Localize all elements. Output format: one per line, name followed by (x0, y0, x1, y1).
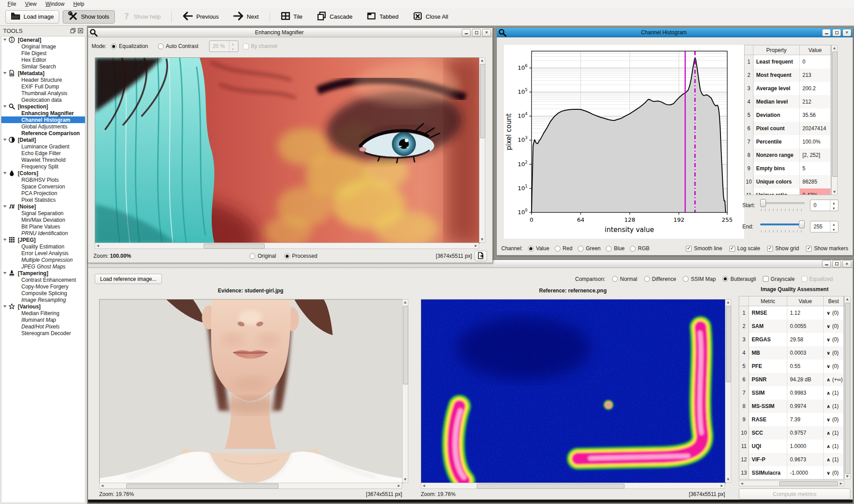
sidebar-item-pca-projection[interactable]: PCA Projection (1, 190, 85, 196)
sidebar-item-prnu-identification[interactable]: PRNU Identification (1, 230, 85, 236)
sidebar-item-composite-splicing[interactable]: Composite Splicing (1, 290, 85, 296)
sidebar-item-min-max-deviation[interactable]: Min/Max Deviation (1, 216, 85, 223)
scroll-down-icon[interactable]: ▼ (479, 237, 485, 242)
scroll-left-icon[interactable]: ◀ (421, 483, 427, 488)
iqa-row-mb[interactable]: 4MB0.0003∨(0) (739, 346, 844, 360)
spin-up-icon[interactable]: ▲ (830, 221, 837, 227)
sidebar-item-file-digest[interactable]: File Digest (1, 50, 85, 56)
sidebar-item-bit-plane-values[interactable]: Bit Plane Values (1, 223, 85, 230)
menu-file[interactable]: File (4, 0, 20, 8)
end-spinbox[interactable]: 255 ▲▼ (810, 221, 838, 232)
iqa-row-sam[interactable]: 2SAM0.0055∨(0) (739, 320, 844, 333)
maximize-button[interactable] (832, 260, 841, 268)
property-row-average-level[interactable]: 3Average level200.2 (745, 82, 831, 95)
expander-icon[interactable] (3, 72, 7, 74)
minimize-button[interactable] (822, 260, 831, 268)
sidebar-group-detail[interactable]: [Detail] (1, 136, 85, 143)
cascade-button[interactable]: Cascade (311, 10, 358, 24)
sidebar-item-luminance-gradient[interactable]: Luminance Gradient (1, 143, 85, 150)
expander-icon[interactable] (3, 239, 7, 241)
export-button[interactable] (475, 251, 487, 261)
expander-icon[interactable] (3, 139, 7, 141)
start-slider[interactable] (760, 199, 805, 212)
iqa-row-vif-p[interactable]: 12VIF-P0.9673∧(1) (739, 453, 844, 466)
mode-radio-equalization[interactable]: Equalization (111, 43, 148, 49)
sidebar-item-rgb-hsv-plots[interactable]: RGB/HSV Plots (1, 176, 85, 183)
hist-check-log-scale[interactable]: Log scale (729, 245, 760, 252)
evidence-horizontal-scrollbar[interactable]: ◀ ▶ (99, 483, 402, 489)
sidebar-group-general[interactable]: [General] (1, 36, 85, 43)
next-button[interactable]: Next (228, 10, 264, 24)
property-row-nonzero-range[interactable]: 8Nonzero range[2, 252] (745, 148, 831, 162)
scroll-right-icon[interactable]: ▶ (838, 481, 844, 486)
sidebar-item-image-resampling[interactable]: Image Resampling (1, 296, 85, 303)
spin-up-icon[interactable]: ▲ (830, 200, 837, 205)
menu-view[interactable]: View (21, 0, 40, 8)
sidebar-item-header-structure[interactable]: Header Structure (1, 76, 85, 83)
property-row-empty-bins[interactable]: 9Empty bins5 (745, 162, 831, 175)
comparison-radio-ssim-map[interactable]: SSIM Map (683, 276, 716, 282)
iqa-row-ssim[interactable]: 7SSIM0.9983∧(1) (739, 386, 844, 400)
iqa-row-rase[interactable]: 9RASE7.39∨(0) (739, 413, 844, 426)
channel-radio-red[interactable]: Red (555, 245, 572, 252)
sidebar-item-dead-hot-pixels[interactable]: Dead/Hot Pixels (1, 323, 85, 330)
comparison-radio-normal[interactable]: Normal (612, 276, 637, 282)
sidebar-item-enhancing-magnifier[interactable]: Enhancing Magnifier (1, 110, 85, 116)
iqa-row-ergas[interactable]: 3ERGAS29.58∨(0) (739, 333, 844, 346)
minimize-button[interactable] (462, 29, 471, 36)
sidebar-item-illuminant-map[interactable]: Illuminant Map (1, 316, 85, 323)
channel-radio-green[interactable]: Green (578, 245, 600, 252)
sidebar-group-jpeg[interactable]: [JPEG] (1, 236, 85, 243)
sidebar-item-channel-histogram[interactable]: Channel Histogram (1, 116, 85, 123)
sidebar-item-global-adjustments[interactable]: Global Adjustments (1, 123, 85, 130)
expander-icon[interactable] (3, 105, 7, 108)
expander-icon[interactable] (3, 172, 7, 174)
tile-button[interactable]: Tile (275, 10, 308, 24)
view-radio-processed[interactable]: Processed (284, 253, 318, 259)
reference-horizontal-scrollbar[interactable]: ◀ ▶ (421, 483, 725, 489)
sidebar-group-various[interactable]: [Various] (1, 303, 85, 310)
sidebar-item-copy-move-forgery[interactable]: Copy-Move Forgery (1, 283, 85, 290)
property-row-unique-colors[interactable]: 10Unique colors86285 (745, 175, 831, 188)
float-panel-icon[interactable] (70, 28, 76, 34)
spin-down-icon[interactable]: ▼ (830, 227, 837, 232)
sidebar-item-wavelet-threshold[interactable]: Wavelet Threshold (1, 156, 85, 163)
scroll-up-icon[interactable]: ▲ (479, 58, 485, 63)
minimize-button[interactable] (822, 29, 831, 36)
comparison-radio-difference[interactable]: Difference (644, 276, 676, 282)
close-button[interactable]: ✕ (482, 29, 491, 36)
expander-icon[interactable] (3, 272, 7, 274)
evidence-vertical-scrollbar[interactable]: ▲ ▼ (402, 299, 408, 483)
scroll-left-icon[interactable]: ◀ (100, 483, 105, 488)
spin-down-icon[interactable]: ▼ (830, 205, 837, 211)
iqa-row-ms-ssim[interactable]: 8MS-SSIM0.9974∧(1) (739, 400, 844, 413)
property-row-percentile[interactable]: 7Percentile100.0% (745, 135, 831, 148)
property-row-deviation[interactable]: 5Deviation35.56 (745, 108, 831, 122)
property-row-least-frequent[interactable]: 1Least frequent0 (745, 55, 831, 68)
channel-radio-value[interactable]: Value (528, 245, 549, 252)
close-all-button[interactable]: Close All (407, 10, 454, 24)
sidebar-item-pixel-statistics[interactable]: Pixel Statistics (1, 196, 85, 203)
end-slider[interactable] (760, 220, 805, 233)
sidebar-item-original-image[interactable]: Original Image (1, 43, 85, 50)
property-row-unique-ratio[interactable]: 11Unique ratio0.43% (745, 188, 831, 195)
sidebar-item-stereogram-decoder[interactable]: Stereogram Decoder (1, 330, 85, 336)
scroll-down-icon[interactable]: ▼ (403, 477, 408, 482)
sidebar-item-thumbnail-analysis[interactable]: Thumbnail Analysis (1, 90, 85, 96)
property-vertical-scrollbar[interactable]: ▲ ▼ (831, 45, 838, 195)
scroll-left-icon[interactable]: ◀ (739, 481, 745, 486)
close-button[interactable]: ✕ (842, 29, 851, 36)
iqa-vertical-scrollbar[interactable]: ▲ ▼ (844, 296, 850, 480)
scroll-right-icon[interactable]: ▶ (719, 483, 725, 488)
sidebar-item-echo-edge-filter[interactable]: Echo Edge Filter (1, 150, 85, 156)
iqa-row-rmse[interactable]: 1RMSE1.12∨(0) (739, 306, 844, 320)
scroll-up-icon[interactable]: ▲ (403, 300, 408, 305)
sidebar-group-metadata[interactable]: [Metadata] (1, 70, 85, 76)
scroll-down-icon[interactable]: ▼ (832, 189, 837, 195)
show-tools-button[interactable]: Show tools (63, 10, 115, 24)
menu-help[interactable]: Help (69, 0, 89, 8)
expander-icon[interactable] (3, 39, 7, 41)
expander-icon[interactable] (3, 305, 7, 308)
sidebar-item-error-level-analysis[interactable]: Error Level Analysis (1, 250, 85, 256)
sidebar-item-exif-full-dump[interactable]: EXIF Full Dump (1, 83, 85, 90)
